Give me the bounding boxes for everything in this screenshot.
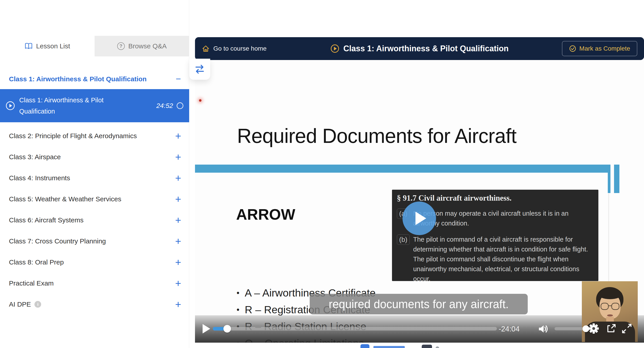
class1-section-title: Class 1: Airworthiness & Pilot Qualifica… [9,75,147,83]
bullet-dot: • [236,288,240,298]
settings-gear-icon[interactable] [588,323,599,334]
class-list-item-label: Practical Exam [9,279,54,287]
class-list-item-label: Class 4: Instruments [9,174,70,182]
seek-handle[interactable] [224,325,231,332]
class-list-item-label: AI DPE [9,300,31,308]
expand-plus-icon[interactable]: + [175,152,181,162]
go-to-course-home-link[interactable]: Go to course home [202,45,266,53]
player-header: Go to course home Class 1: Airworthiness… [195,37,644,60]
expand-plus-icon[interactable]: + [175,236,181,246]
regulation-title: § 91.7 Civil aircraft airworthiness. [397,194,593,203]
active-lesson-title: Class 1: Airworthiness & Pilot Qualifica… [19,94,124,117]
book-icon [24,43,33,50]
tab-lesson-list[interactable]: Lesson List [0,36,94,56]
slide-accent-bar-leg [608,173,610,193]
course-player-screen: Lesson List ? Browse Q&A Class 1: Airwor… [0,0,644,348]
tab-lesson-list-label: Lesson List [36,42,70,50]
seek-bar-fill [213,327,227,330]
popout-icon[interactable] [606,323,616,334]
class-list-item[interactable]: Practical Exam i + [0,273,189,294]
play-button[interactable] [202,324,210,333]
expand-plus-icon[interactable]: + [175,173,181,183]
class-list-item[interactable]: Class 4: Instruments i + [0,167,189,189]
volume-slider[interactable] [554,327,586,330]
regulation-item-text: The pilot in command of a civil aircraft… [413,235,593,284]
expand-plus-icon[interactable]: + [175,257,181,267]
active-lesson-row[interactable]: Class 1: Airworthiness & Pilot Qualifica… [0,89,189,122]
expand-plus-icon[interactable]: + [175,215,181,225]
comments-label-partial [374,346,405,348]
go-to-course-home-label: Go to course home [213,45,266,52]
lesson-duration: 24:52 [156,102,173,109]
class-list-item[interactable]: Class 5: Weather & Weather Services i + [0,189,189,210]
seek-bar[interactable] [213,327,497,330]
class-list-item-label: Class 2: Principle of Flight & Aerodynam… [9,132,137,140]
video-play-overlay-button[interactable] [402,202,436,235]
presenter-glasses-right [611,303,620,310]
header-title-group: Class 1: Airworthiness & Pilot Qualifica… [330,44,509,53]
expand-plus-icon[interactable]: + [175,131,181,141]
class-list-item-label: Class 8: Oral Prep [9,258,64,266]
volume-icon[interactable] [538,324,549,334]
presenter-glasses-bridge [608,305,612,306]
class-list-item[interactable]: Class 7: Cross Country Planning i + [0,231,189,252]
comments-icon[interactable] [360,344,370,348]
regulation-item-label: (b) [397,235,410,245]
class-list-item[interactable]: Class 6: Aircraft Systems i + [0,210,189,231]
bullet-dot: • [236,305,240,314]
mark-as-complete-button[interactable]: Mark as Complete [562,41,637,56]
swap-arrows-icon [194,64,205,75]
sidebar-toggle-button[interactable] [189,59,210,80]
fullscreen-icon[interactable] [622,323,632,334]
laser-pointer-dot [199,99,202,102]
class-list-item-label: Class 6: Aircraft Systems [9,216,84,224]
slide-accent-bar-vertical [614,164,620,193]
lesson-sidebar: Lesson List ? Browse Q&A Class 1: Airwor… [0,0,189,348]
info-icon[interactable]: i [34,301,41,308]
lesson-play-icon [330,44,340,53]
play-circle-icon [5,101,15,111]
time-remaining: -24:04 [499,325,520,333]
slide-accent-bar [195,164,610,173]
class-list-item[interactable]: Class 8: Oral Prep i + [0,252,189,273]
play-triangle-icon [416,212,426,225]
mark-as-complete-label: Mark as Complete [580,45,630,52]
class1-section-header[interactable]: Class 1: Airworthiness & Pilot Qualifica… [9,74,181,84]
class-list-item-label: Class 3: Airspace [9,153,61,161]
lesson-progress-ring [177,102,183,109]
tab-browse-qa-label: Browse Q&A [128,42,167,50]
video-controls: -24:04 [195,315,644,343]
sidebar-tabs: Lesson List ? Browse Q&A [0,36,189,56]
check-circle-icon [569,45,576,52]
collapse-icon[interactable]: − [176,74,181,84]
slide-title: Required Documents for Aircraft [237,124,516,147]
regulation-item: (b) The pilot in command of a civil airc… [397,235,593,284]
tab-browse-qa[interactable]: ? Browse Q&A [94,36,189,56]
class-list: Class 2: Principle of Flight & Aerodynam… [0,125,189,315]
expand-plus-icon[interactable]: + [175,299,181,309]
slide-heading: ARROW [236,206,295,223]
video-player[interactable]: Required Documents for Aircraft ARROW • … [195,60,644,343]
notes-label-partial [436,346,439,348]
question-icon: ? [117,42,125,50]
class-list-item[interactable]: AI DPE i + [0,294,189,315]
notes-icon[interactable] [422,345,432,348]
home-icon [202,45,210,53]
class-list-item[interactable]: Class 2: Principle of Flight & Aerodynam… [0,125,189,146]
regulation-item-text: No person may operate a civil aircraft u… [413,209,593,228]
caption-text: required documents for any aircraft. [310,294,528,314]
class-list-item-label: Class 5: Weather & Weather Services [9,195,121,203]
class-list-item[interactable]: Class 3: Airspace i + [0,146,189,167]
class-list-item-label: Class 7: Cross Country Planning [9,237,106,245]
expand-plus-icon[interactable]: + [175,278,181,288]
presenter-glasses-left [600,303,609,310]
presenter-fringe [598,289,622,299]
expand-plus-icon[interactable]: + [175,194,181,204]
lesson-title: Class 1: Airworthiness & Pilot Qualifica… [344,44,509,53]
